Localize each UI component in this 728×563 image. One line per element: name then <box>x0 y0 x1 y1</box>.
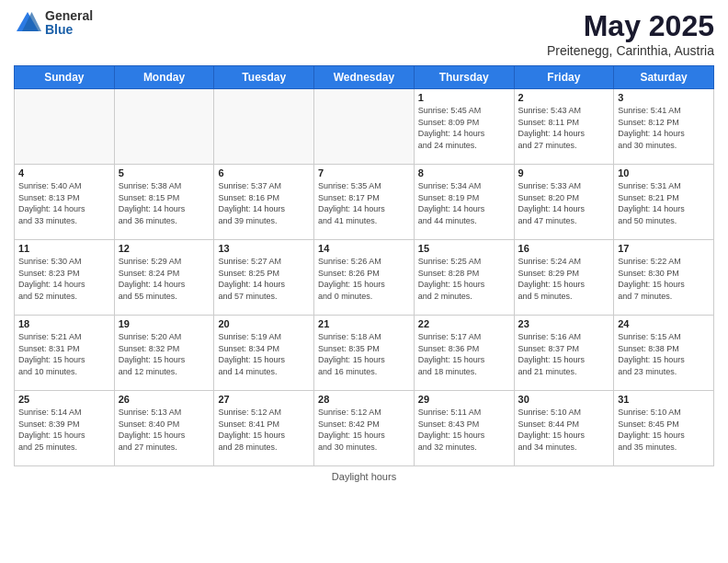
calendar-cell: 28Sunrise: 5:12 AM Sunset: 8:42 PM Dayli… <box>314 391 415 466</box>
calendar-week-4: 25Sunrise: 5:14 AM Sunset: 8:39 PM Dayli… <box>15 391 714 466</box>
day-number: 27 <box>218 394 310 405</box>
day-info: Sunrise: 5:11 AM Sunset: 8:43 PM Dayligh… <box>418 407 510 453</box>
day-info: Sunrise: 5:40 AM Sunset: 8:13 PM Dayligh… <box>18 180 110 226</box>
calendar-cell: 11Sunrise: 5:30 AM Sunset: 8:23 PM Dayli… <box>15 240 115 316</box>
calendar-week-3: 18Sunrise: 5:21 AM Sunset: 8:31 PM Dayli… <box>15 316 714 391</box>
day-info: Sunrise: 5:15 AM Sunset: 8:38 PM Dayligh… <box>618 331 710 377</box>
logo: General Blue <box>14 9 93 38</box>
day-number: 31 <box>618 394 710 405</box>
calendar-cell: 19Sunrise: 5:20 AM Sunset: 8:32 PM Dayli… <box>114 316 214 391</box>
calendar-cell: 1Sunrise: 5:45 AM Sunset: 8:09 PM Daylig… <box>414 89 514 165</box>
calendar-week-0: 1Sunrise: 5:45 AM Sunset: 8:09 PM Daylig… <box>15 89 714 165</box>
calendar-cell: 31Sunrise: 5:10 AM Sunset: 8:45 PM Dayli… <box>614 391 714 466</box>
page: General Blue May 2025 Preitenegg, Carint… <box>0 0 728 563</box>
calendar-cell: 7Sunrise: 5:35 AM Sunset: 8:17 PM Daylig… <box>314 165 415 240</box>
logo-general-text: General <box>45 9 93 23</box>
day-number: 18 <box>18 318 110 329</box>
day-number: 26 <box>119 394 210 405</box>
day-info: Sunrise: 5:12 AM Sunset: 8:41 PM Dayligh… <box>218 407 310 453</box>
day-info: Sunrise: 5:29 AM Sunset: 8:24 PM Dayligh… <box>119 256 210 302</box>
calendar-cell <box>114 89 214 165</box>
day-number: 3 <box>618 92 710 103</box>
day-number: 5 <box>119 167 210 178</box>
day-number: 8 <box>418 167 510 178</box>
calendar-cell: 30Sunrise: 5:10 AM Sunset: 8:44 PM Dayli… <box>514 391 614 466</box>
day-info: Sunrise: 5:24 AM Sunset: 8:29 PM Dayligh… <box>518 256 610 302</box>
day-number: 12 <box>119 243 210 254</box>
day-info: Sunrise: 5:18 AM Sunset: 8:35 PM Dayligh… <box>318 331 410 377</box>
day-number: 15 <box>418 243 510 254</box>
calendar-week-1: 4Sunrise: 5:40 AM Sunset: 8:13 PM Daylig… <box>15 165 714 240</box>
calendar-cell: 24Sunrise: 5:15 AM Sunset: 8:38 PM Dayli… <box>614 316 714 391</box>
logo-blue-text: Blue <box>45 23 93 37</box>
day-number: 29 <box>418 394 510 405</box>
calendar-week-2: 11Sunrise: 5:30 AM Sunset: 8:23 PM Dayli… <box>15 240 714 316</box>
header-day-tuesday: Tuesday <box>214 66 314 89</box>
day-info: Sunrise: 5:25 AM Sunset: 8:28 PM Dayligh… <box>418 256 510 302</box>
calendar-cell <box>314 89 415 165</box>
calendar-cell <box>214 89 314 165</box>
day-info: Sunrise: 5:26 AM Sunset: 8:26 PM Dayligh… <box>318 256 410 302</box>
calendar-cell: 10Sunrise: 5:31 AM Sunset: 8:21 PM Dayli… <box>614 165 714 240</box>
header-day-monday: Monday <box>114 66 214 89</box>
day-info: Sunrise: 5:35 AM Sunset: 8:17 PM Dayligh… <box>318 180 410 226</box>
calendar-cell: 16Sunrise: 5:24 AM Sunset: 8:29 PM Dayli… <box>514 240 614 316</box>
day-number: 7 <box>318 167 410 178</box>
calendar-cell: 12Sunrise: 5:29 AM Sunset: 8:24 PM Dayli… <box>114 240 214 316</box>
calendar-cell: 22Sunrise: 5:17 AM Sunset: 8:36 PM Dayli… <box>414 316 514 391</box>
calendar-cell: 3Sunrise: 5:41 AM Sunset: 8:12 PM Daylig… <box>614 89 714 165</box>
title-area: May 2025 Preitenegg, Carinthia, Austria <box>547 9 714 58</box>
day-number: 4 <box>18 167 110 178</box>
day-number: 23 <box>518 318 610 329</box>
calendar-cell: 14Sunrise: 5:26 AM Sunset: 8:26 PM Dayli… <box>314 240 415 316</box>
day-number: 20 <box>218 318 310 329</box>
day-info: Sunrise: 5:43 AM Sunset: 8:11 PM Dayligh… <box>518 105 610 151</box>
header-day-sunday: Sunday <box>15 66 115 89</box>
day-info: Sunrise: 5:41 AM Sunset: 8:12 PM Dayligh… <box>618 105 710 151</box>
day-info: Sunrise: 5:34 AM Sunset: 8:19 PM Dayligh… <box>418 180 510 226</box>
day-number: 30 <box>518 394 610 405</box>
day-info: Sunrise: 5:22 AM Sunset: 8:30 PM Dayligh… <box>618 256 710 302</box>
day-number: 6 <box>218 167 310 178</box>
day-number: 24 <box>618 318 710 329</box>
calendar-cell: 21Sunrise: 5:18 AM Sunset: 8:35 PM Dayli… <box>314 316 415 391</box>
calendar-cell: 23Sunrise: 5:16 AM Sunset: 8:37 PM Dayli… <box>514 316 614 391</box>
calendar-cell: 27Sunrise: 5:12 AM Sunset: 8:41 PM Dayli… <box>214 391 314 466</box>
calendar-cell: 9Sunrise: 5:33 AM Sunset: 8:20 PM Daylig… <box>514 165 614 240</box>
header: General Blue May 2025 Preitenegg, Carint… <box>14 9 714 58</box>
day-info: Sunrise: 5:17 AM Sunset: 8:36 PM Dayligh… <box>418 331 510 377</box>
logo-icon <box>14 9 41 37</box>
day-number: 17 <box>618 243 710 254</box>
day-number: 2 <box>518 92 610 103</box>
location: Preitenegg, Carinthia, Austria <box>547 43 714 58</box>
day-info: Sunrise: 5:13 AM Sunset: 8:40 PM Dayligh… <box>119 407 210 453</box>
calendar-cell: 17Sunrise: 5:22 AM Sunset: 8:30 PM Dayli… <box>614 240 714 316</box>
calendar-cell: 2Sunrise: 5:43 AM Sunset: 8:11 PM Daylig… <box>514 89 614 165</box>
day-info: Sunrise: 5:21 AM Sunset: 8:31 PM Dayligh… <box>18 331 110 377</box>
calendar-cell: 25Sunrise: 5:14 AM Sunset: 8:39 PM Dayli… <box>15 391 115 466</box>
day-number: 19 <box>119 318 210 329</box>
day-info: Sunrise: 5:33 AM Sunset: 8:20 PM Dayligh… <box>518 180 610 226</box>
calendar-cell <box>15 89 115 165</box>
day-info: Sunrise: 5:27 AM Sunset: 8:25 PM Dayligh… <box>218 256 310 302</box>
day-number: 9 <box>518 167 610 178</box>
header-row: SundayMondayTuesdayWednesdayThursdayFrid… <box>15 66 714 89</box>
calendar-table: SundayMondayTuesdayWednesdayThursdayFrid… <box>14 65 714 466</box>
day-number: 22 <box>418 318 510 329</box>
calendar-cell: 15Sunrise: 5:25 AM Sunset: 8:28 PM Dayli… <box>414 240 514 316</box>
day-number: 14 <box>318 243 410 254</box>
calendar-cell: 29Sunrise: 5:11 AM Sunset: 8:43 PM Dayli… <box>414 391 514 466</box>
calendar-cell: 20Sunrise: 5:19 AM Sunset: 8:34 PM Dayli… <box>214 316 314 391</box>
day-number: 11 <box>18 243 110 254</box>
day-number: 10 <box>618 167 710 178</box>
header-day-friday: Friday <box>514 66 614 89</box>
day-number: 28 <box>318 394 410 405</box>
calendar-header: SundayMondayTuesdayWednesdayThursdayFrid… <box>15 66 714 89</box>
day-info: Sunrise: 5:20 AM Sunset: 8:32 PM Dayligh… <box>119 331 210 377</box>
calendar-cell: 4Sunrise: 5:40 AM Sunset: 8:13 PM Daylig… <box>15 165 115 240</box>
day-number: 16 <box>518 243 610 254</box>
day-number: 21 <box>318 318 410 329</box>
month-title: May 2025 <box>547 9 714 43</box>
calendar-cell: 18Sunrise: 5:21 AM Sunset: 8:31 PM Dayli… <box>15 316 115 391</box>
day-info: Sunrise: 5:45 AM Sunset: 8:09 PM Dayligh… <box>418 105 510 151</box>
